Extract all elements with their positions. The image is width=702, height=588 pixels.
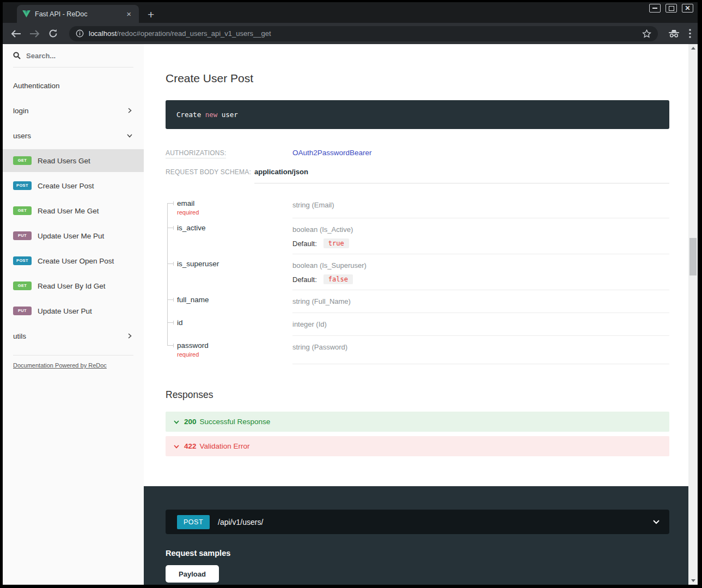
tab-title: Fast API - ReDoc	[35, 10, 124, 18]
response-code: 422	[184, 442, 197, 450]
close-button[interactable]: ✕	[682, 4, 693, 13]
sidebar-item-authentication[interactable]: Authentication	[3, 73, 144, 98]
scrollbar-thumb[interactable]	[689, 238, 697, 275]
sidebar: Authentication login users GET Read User…	[3, 44, 144, 585]
bookmark-star-icon[interactable]	[642, 29, 651, 38]
sidebar-item-users[interactable]: users	[3, 123, 144, 148]
chevron-down-icon	[173, 419, 180, 425]
field-row-is-superuser: is_superuser boolean (Is_Superuser) Defa…	[166, 254, 669, 290]
browser-tab[interactable]: Fast API - ReDoc ×	[17, 5, 139, 23]
divider	[13, 355, 133, 356]
method-badge-post: POST	[13, 256, 32, 265]
responses-title: Responses	[166, 389, 669, 401]
field-type: boolean (Is_Active)	[292, 225, 353, 234]
browser-menu-icon[interactable]	[689, 29, 691, 38]
field-row-id: id integer (Id)	[166, 313, 669, 336]
field-row-is-active: is_active boolean (Is_Active) Default: t…	[166, 218, 669, 254]
minimize-button[interactable]	[649, 4, 661, 13]
back-icon[interactable]	[9, 27, 22, 40]
fastapi-favicon-icon	[22, 10, 30, 17]
method-badge-post: POST	[13, 181, 32, 190]
sidebar-item-read-user-me-get[interactable]: GET Read User Me Get	[3, 198, 144, 223]
reload-icon[interactable]	[46, 27, 59, 40]
method-badge-get: GET	[13, 281, 32, 290]
url-host: localhost	[89, 29, 117, 38]
sidebar-item-utils[interactable]: utils	[3, 323, 144, 348]
chevron-down-icon	[652, 519, 660, 525]
sidebar-item-read-user-by-id-get[interactable]: GET Read User By Id Get	[3, 273, 144, 298]
field-row-full-name: full_name string (Full_Name)	[166, 290, 669, 313]
scroll-down-arrow[interactable]	[688, 577, 698, 585]
sidebar-item-read-users-get[interactable]: GET Read Users Get	[3, 149, 144, 172]
default-value-chip: true	[323, 238, 349, 248]
url-path: /redoc#operation/read_users_api_v1_users…	[117, 29, 271, 38]
divider	[13, 67, 133, 68]
response-label: Successful Response	[200, 418, 271, 426]
sidebar-item-label: Create User Post	[38, 182, 94, 190]
default-label: Default:	[292, 275, 317, 284]
url-bar[interactable]: localhost/redoc#operation/read_users_api…	[69, 26, 658, 41]
search-input[interactable]	[26, 52, 119, 60]
field-name: email	[177, 199, 292, 207]
sidebar-item-login[interactable]: login	[3, 98, 144, 123]
field-type: string (Password)	[292, 343, 347, 351]
field-name: is_active	[177, 224, 292, 232]
request-samples-title: Request samples	[166, 549, 669, 558]
field-type: string (Full_Name)	[292, 297, 351, 305]
site-info-icon[interactable]	[76, 29, 84, 38]
field-name: password	[177, 341, 292, 350]
maximize-button[interactable]	[666, 4, 677, 13]
sidebar-item-create-user-open-post[interactable]: POST Create User Open Post	[3, 248, 144, 273]
field-name: id	[177, 318, 292, 327]
search-icon	[13, 52, 21, 59]
response-200-row[interactable]: 200 Successful Response	[166, 412, 669, 432]
sidebar-item-label: users	[13, 132, 31, 140]
sidebar-item-update-user-me-put[interactable]: PUT Update User Me Put	[3, 223, 144, 248]
request-body-schema-label: REQUEST BODY SCHEMA:	[166, 168, 251, 176]
search-row	[3, 44, 144, 63]
sidebar-item-label: Read User By Id Get	[38, 282, 106, 290]
payload-tab[interactable]: Payload	[166, 565, 219, 583]
window-controls: ✕	[649, 4, 693, 13]
chevron-right-icon	[126, 107, 133, 114]
field-name: is_superuser	[177, 260, 292, 268]
sidebar-item-label: Create User Open Post	[38, 257, 114, 265]
main-content: Create User Post Create new user AUTHORI…	[144, 44, 688, 585]
response-422-row[interactable]: 422 Validation Error	[166, 436, 669, 456]
sidebar-item-create-user-post[interactable]: POST Create User Post	[3, 173, 144, 198]
required-flag: required	[177, 209, 292, 216]
field-type: integer (Id)	[292, 320, 327, 328]
field-type: string (Email)	[292, 201, 334, 209]
code-highlight: new	[205, 111, 218, 119]
tab-close-icon[interactable]: ×	[124, 10, 133, 18]
redoc-footer-link[interactable]: Documentation Powered by ReDoc	[13, 362, 133, 369]
browser-toolbar: localhost/redoc#operation/read_users_api…	[3, 23, 698, 44]
sidebar-item-label: Read Users Get	[38, 157, 90, 165]
response-code: 200	[184, 418, 197, 426]
browser-window: Fast API - ReDoc × + ✕ localhost/redoc#o…	[3, 2, 698, 585]
method-badge-post: POST	[177, 515, 210, 529]
forward-icon[interactable]	[28, 27, 41, 40]
oauth2-link[interactable]: OAuth2PasswordBearer	[292, 149, 372, 157]
samples-panel: POST /api/v1/users/ Request samples Payl…	[144, 486, 688, 585]
sidebar-item-update-user-put[interactable]: PUT Update User Put	[3, 298, 144, 323]
field-row-email: email required string (Email)	[166, 194, 669, 218]
code-text: user	[217, 111, 238, 119]
authorizations-label: AUTHORIZATIONS:	[166, 149, 226, 158]
incognito-icon	[668, 29, 680, 38]
method-badge-get: GET	[13, 156, 32, 165]
sidebar-item-label: utils	[13, 332, 26, 340]
default-value-chip: false	[323, 274, 353, 284]
field-name: full_name	[177, 296, 292, 304]
sidebar-item-label: login	[13, 107, 29, 115]
page-scrollbar[interactable]	[688, 44, 698, 585]
new-tab-button[interactable]: +	[148, 9, 154, 20]
endpoint-path: /api/v1/users/	[218, 518, 263, 526]
scroll-up-arrow[interactable]	[688, 44, 698, 52]
toolbar-right	[668, 29, 691, 38]
schema-fields: email required string (Email) is_active …	[166, 194, 669, 364]
code-text: Create	[176, 111, 205, 119]
request-endpoint-dropdown[interactable]: POST /api/v1/users/	[166, 510, 669, 534]
content-type-value: application/json	[254, 168, 669, 183]
method-badge-put: PUT	[13, 231, 32, 240]
